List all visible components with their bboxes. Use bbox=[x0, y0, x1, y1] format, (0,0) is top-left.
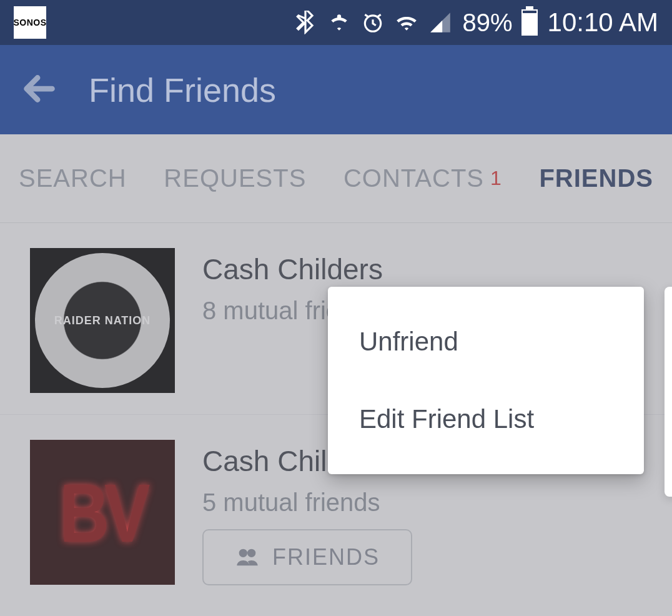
alarm-icon bbox=[361, 11, 385, 34]
battery-percent: 89% bbox=[462, 9, 512, 37]
app-bar: Find Friends bbox=[0, 45, 672, 134]
status-clock: 10:10 AM bbox=[548, 7, 658, 37]
page-title: Find Friends bbox=[89, 71, 276, 109]
back-button[interactable] bbox=[17, 67, 61, 113]
cell-signal-icon bbox=[428, 11, 452, 34]
status-right: 89% 10:10 AM bbox=[294, 7, 658, 37]
sonos-notification-icon: SONOS bbox=[14, 6, 46, 39]
arrow-left-icon bbox=[17, 67, 61, 111]
bluetooth-icon bbox=[294, 11, 317, 34]
battery-status: 89% bbox=[462, 9, 537, 37]
offscreen-card-edge bbox=[665, 287, 672, 497]
wifi-icon bbox=[395, 11, 418, 34]
friend-context-menu: Unfriend Edit Friend List bbox=[328, 287, 644, 474]
menu-item-edit-friend-list[interactable]: Edit Friend List bbox=[328, 380, 644, 458]
battery-icon bbox=[521, 9, 538, 36]
svg-point-0 bbox=[337, 14, 341, 18]
menu-item-unfriend[interactable]: Unfriend bbox=[328, 303, 644, 380]
status-left: SONOS bbox=[14, 6, 46, 39]
status-bar: SONOS 89% 10:10 AM bbox=[0, 0, 672, 45]
wifi-calling-icon bbox=[327, 11, 351, 34]
